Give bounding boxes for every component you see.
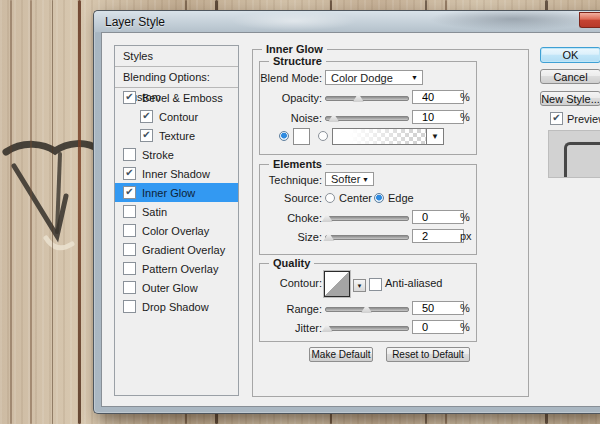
wood-crack	[10, 0, 12, 424]
sidebar-item-label: Texture	[159, 130, 195, 142]
contour-arrow-button[interactable]: ▼	[353, 279, 366, 292]
sidebar-item-inner-shadow[interactable]: Inner Shadow	[115, 164, 238, 183]
sidebar-item-color-overlay[interactable]: Color Overlay	[115, 221, 238, 240]
source-edge-label[interactable]: Edge	[388, 190, 414, 206]
layer-style-dialog: Layer Style Styles Blending Options: Cus…	[93, 10, 600, 414]
checkbox-icon[interactable]	[123, 243, 136, 256]
make-default-button[interactable]: Make Default	[309, 347, 373, 362]
sidebar-item-drop-shadow[interactable]: Drop Shadow	[115, 297, 238, 316]
chevron-down-icon: ▼	[357, 283, 363, 289]
noise-unit-label: %	[460, 110, 470, 125]
color-fill-radio[interactable]	[279, 131, 289, 141]
noise-input[interactable]	[412, 110, 464, 124]
sidebar-item-pattern-overlay[interactable]: Pattern Overlay	[115, 259, 238, 278]
dialog-titlebar[interactable]: Layer Style	[94, 11, 600, 32]
source-center-label[interactable]: Center	[339, 190, 372, 206]
sidebar-item-label: Inner Glow	[142, 187, 195, 199]
sidebar-item-label: Pattern Overlay	[142, 263, 218, 275]
slider-track[interactable]	[325, 216, 409, 221]
checkbox-icon[interactable]	[123, 148, 136, 161]
preview-checkbox[interactable]	[550, 112, 563, 125]
blend-mode-dropdown[interactable]: Color Dodge ▼	[325, 70, 423, 85]
checkbox-icon[interactable]	[140, 110, 153, 123]
sidebar-item-blending-options[interactable]: Blending Options: Custom	[115, 67, 238, 88]
choke-slider[interactable]	[325, 210, 407, 226]
close-button[interactable]	[579, 12, 600, 28]
gradient-arrow-button[interactable]: ▼	[426, 129, 443, 144]
dialog-body: Styles Blending Options: Custom Bevel & …	[101, 32, 600, 407]
sidebar-item-gradient-overlay[interactable]: Gradient Overlay	[115, 240, 238, 259]
sidebar-item-label: Drop Shadow	[142, 301, 209, 313]
range-slider[interactable]	[325, 301, 407, 317]
sidebar-item-inner-glow[interactable]: Inner Glow	[115, 183, 238, 202]
new-style-button[interactable]: New Style...	[540, 91, 600, 106]
ok-button[interactable]: OK	[540, 47, 600, 63]
sidebar-item-stroke[interactable]: Stroke	[115, 145, 238, 164]
range-input[interactable]	[412, 301, 464, 315]
glow-color-swatch[interactable]	[293, 128, 310, 145]
structure-title: Structure	[269, 55, 326, 67]
sidebar-item-outer-glow[interactable]: Outer Glow	[115, 278, 238, 297]
sidebar-item-contour[interactable]: Contour	[115, 107, 238, 126]
noise-slider[interactable]	[325, 110, 407, 126]
opacity-input[interactable]	[412, 90, 464, 104]
cancel-button[interactable]: Cancel	[540, 69, 600, 84]
slider-track[interactable]	[325, 96, 409, 101]
gradient-picker[interactable]: ▼	[332, 128, 444, 145]
chevron-down-icon: ▼	[362, 176, 369, 183]
reset-to-default-button[interactable]: Reset to Default	[386, 347, 470, 362]
size-input[interactable]	[412, 229, 464, 243]
contour-label: Contour:	[259, 271, 322, 287]
source-center-radio[interactable]	[325, 193, 335, 203]
size-unit-label: px	[460, 229, 472, 244]
sidebar-item-label: Outer Glow	[142, 282, 198, 294]
range-label: Range:	[259, 301, 322, 317]
checkbox-icon[interactable]	[123, 224, 136, 237]
size-label: Size:	[259, 229, 322, 245]
blend-mode-value: Color Dodge	[331, 72, 393, 84]
opacity-slider[interactable]	[325, 90, 407, 106]
technique-value: Softer	[331, 173, 360, 185]
sidebar-item-label: Contour	[159, 111, 198, 123]
gradient-fill-radio[interactable]	[318, 131, 328, 141]
styles-list: Styles Blending Options: Custom Bevel & …	[114, 45, 239, 396]
jitter-input[interactable]	[412, 320, 464, 334]
slider-track[interactable]	[325, 326, 409, 331]
sidebar-item-texture[interactable]: Texture	[115, 126, 238, 145]
sidebar-item-label: Satin	[142, 206, 167, 218]
slider-track[interactable]	[325, 235, 409, 240]
preview-label[interactable]: Preview	[567, 113, 600, 125]
elements-title: Elements	[269, 158, 326, 170]
blend-mode-label: Blend Mode:	[259, 70, 322, 86]
source-edge-radio[interactable]	[374, 193, 384, 203]
checkbox-icon[interactable]	[123, 205, 136, 218]
anti-aliased-label[interactable]: Anti-aliased	[385, 274, 442, 292]
preview-corner-shape	[564, 142, 600, 178]
choke-input[interactable]	[412, 210, 464, 224]
dialog-title: Layer Style	[105, 15, 165, 29]
source-label: Source:	[259, 190, 322, 206]
jitter-slider[interactable]	[325, 320, 407, 336]
opacity-unit-label: %	[460, 90, 470, 105]
wood-crack	[52, 0, 53, 424]
size-slider[interactable]	[325, 229, 407, 245]
checkbox-icon[interactable]	[123, 91, 136, 104]
wood-crack	[30, 0, 32, 424]
checkbox-icon[interactable]	[123, 281, 136, 294]
checkbox-icon[interactable]	[140, 129, 153, 142]
sidebar-item-label: Color Overlay	[142, 225, 209, 237]
sidebar-item-satin[interactable]: Satin	[115, 202, 238, 221]
chevron-down-icon: ▼	[411, 74, 418, 81]
style-preview-thumbnail	[548, 130, 600, 178]
checkbox-icon[interactable]	[123, 167, 136, 180]
noise-label: Noise:	[259, 110, 322, 126]
technique-dropdown[interactable]: Softer ▼	[325, 172, 374, 186]
sidebar-item-label: Bevel & Emboss	[142, 92, 223, 104]
contour-picker[interactable]	[324, 271, 350, 297]
checkbox-icon[interactable]	[123, 300, 136, 313]
checkbox-icon[interactable]	[123, 186, 136, 199]
gradient-preview	[333, 129, 426, 144]
wood-crack	[78, 0, 81, 424]
checkbox-icon[interactable]	[123, 262, 136, 275]
anti-aliased-checkbox[interactable]	[369, 278, 382, 291]
